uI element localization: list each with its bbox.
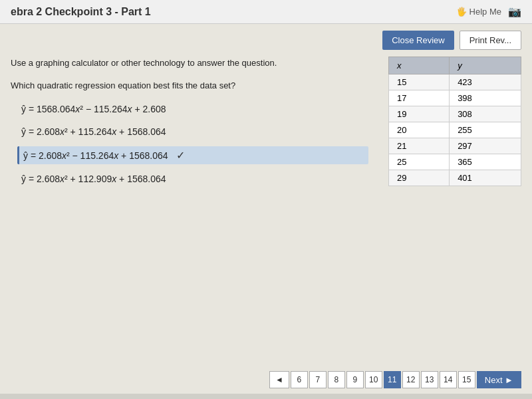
page-btn-10[interactable]: 10 <box>365 371 382 388</box>
page-btn-15[interactable]: 15 <box>458 371 475 388</box>
question-section: Use a graphing calculator or other techn… <box>11 57 375 359</box>
table-row: 25365 <box>389 154 521 170</box>
table-cell: 25 <box>389 154 450 170</box>
table-header-y: y <box>450 57 521 74</box>
table-cell: 365 <box>450 154 521 170</box>
table-row: 19308 <box>389 106 521 122</box>
table-row: 20255 <box>389 122 521 138</box>
answer-options: ŷ = 1568.064x² − 115.264x + 2.608 ŷ = 2.… <box>11 101 368 187</box>
table-cell: 20 <box>389 122 450 138</box>
table-cell: 308 <box>450 106 521 122</box>
print-review-button[interactable]: Print Rev... <box>460 31 521 50</box>
table-cell: 29 <box>389 170 450 186</box>
question-prompt: Which quadratic regression equation best… <box>11 79 368 92</box>
action-bar: Close Review Print Rev... <box>11 31 521 50</box>
table-row: 15423 <box>389 74 521 90</box>
check-mark-icon: ✓ <box>176 149 185 162</box>
table-cell: 398 <box>450 90 521 106</box>
page-btn-11[interactable]: 11 <box>384 371 401 388</box>
page-btn-7[interactable]: 7 <box>309 371 327 388</box>
table-cell: 15 <box>389 74 450 90</box>
main-content: Close Review Print Rev... Use a graphing… <box>0 24 532 394</box>
answer-option-b[interactable]: ŷ = 2.608x² + 115.264x + 1568.064 <box>17 124 368 140</box>
help-me-button[interactable]: 🖐 Help Me <box>456 7 501 17</box>
table-cell: 21 <box>389 138 450 154</box>
page-btn-13[interactable]: 13 <box>421 371 438 388</box>
data-table: x y 15423173981930820255212972536529401 <box>388 57 521 186</box>
page-title: ebra 2 Checkpoint 3 - Part 1 <box>11 6 151 18</box>
answer-b-text: ŷ = 2.608x² + 115.264x + 1568.064 <box>21 126 166 137</box>
table-row: 17398 <box>389 90 521 106</box>
answer-d-text: ŷ = 2.608x² + 112.909x + 1568.064 <box>21 174 166 184</box>
answer-a-text: ŷ = 1568.064x² − 115.264x + 2.608 <box>21 104 166 114</box>
top-bar: ebra 2 Checkpoint 3 - Part 1 🖐 Help Me 📷 <box>0 0 532 24</box>
help-icon: 🖐 <box>456 7 467 17</box>
table-cell: 297 <box>450 138 521 154</box>
next-page-button[interactable]: Next ► <box>477 371 521 388</box>
table-section: x y 15423173981930820255212972536529401 <box>388 57 521 359</box>
close-review-button[interactable]: Close Review <box>382 31 454 50</box>
answer-option-c[interactable]: ŷ = 2.608x² − 115.264x + 1568.064 ✓ <box>17 146 368 164</box>
page-btn-12[interactable]: 12 <box>402 371 420 388</box>
pagination-bar: ◄ 6 7 8 9 10 11 12 13 14 15 Next ► <box>11 366 521 394</box>
table-cell: 401 <box>450 170 521 186</box>
content-area: Use a graphing calculator or other techn… <box>11 57 521 359</box>
page-btn-8[interactable]: 8 <box>328 371 345 388</box>
answer-option-a[interactable]: ŷ = 1568.064x² − 115.264x + 2.608 <box>17 101 368 117</box>
page-btn-6[interactable]: 6 <box>291 371 308 388</box>
camera-icon: 📷 <box>508 5 521 18</box>
table-row: 29401 <box>389 170 521 186</box>
answer-c-text: ŷ = 2.608x² − 115.264x + 1568.064 <box>23 150 168 161</box>
table-cell: 255 <box>450 122 521 138</box>
table-row: 21297 <box>389 138 521 154</box>
page-btn-14[interactable]: 14 <box>440 371 457 388</box>
page-btn-9[interactable]: 9 <box>346 371 364 388</box>
table-header-x: x <box>389 57 450 74</box>
instruction-text: Use a graphing calculator or other techn… <box>11 57 368 70</box>
table-cell: 17 <box>389 90 450 106</box>
table-cell: 19 <box>389 106 450 122</box>
top-bar-right: 🖐 Help Me 📷 <box>456 5 521 18</box>
answer-option-d[interactable]: ŷ = 2.608x² + 112.909x + 1568.064 <box>17 171 368 187</box>
table-cell: 423 <box>450 74 521 90</box>
prev-page-button[interactable]: ◄ <box>269 371 289 388</box>
